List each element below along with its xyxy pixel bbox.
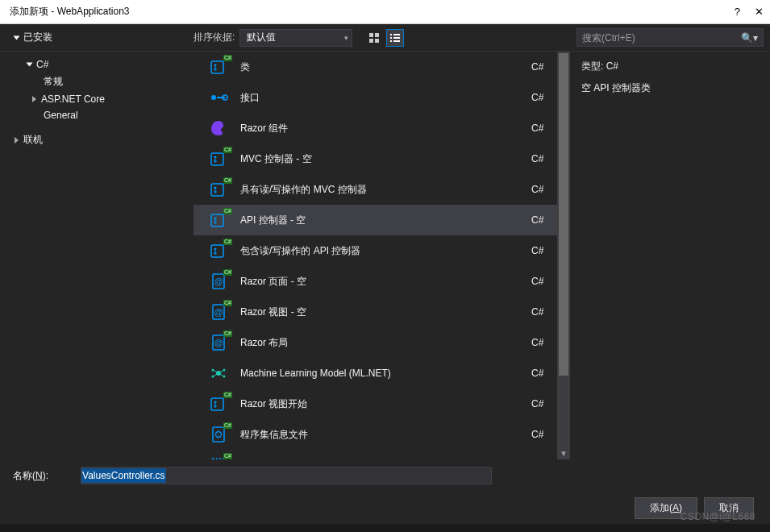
scrollbar-down-icon[interactable]: ▼ [557, 447, 570, 459]
dialog-body: 已安装 排序依据: 默认值 ▾ 🔍▾ [0, 24, 770, 492]
svg-text:@: @ [214, 307, 223, 317]
template-lang: C# [531, 429, 556, 440]
search-icon[interactable]: 🔍▾ [741, 32, 758, 44]
svg-point-12 [211, 95, 216, 100]
template-icon [208, 118, 229, 139]
template-item[interactable]: Razor 组件C# [194, 113, 570, 143]
toolbar: 已安装 排序依据: 默认值 ▾ 🔍▾ [0, 24, 770, 52]
template-item[interactable]: iC#程序集信息文件C# [194, 419, 570, 450]
template-icon [208, 87, 229, 108]
tree-node-online[interactable]: 联机 [0, 123, 194, 149]
cancel-button[interactable]: 取消 [704, 497, 754, 519]
detail-pane: 类型: C# 空 API 控制器类 [570, 52, 770, 459]
template-lang: C# [531, 92, 556, 103]
template-icon: C# [208, 56, 229, 77]
name-input[interactable]: ValuesController.cs [81, 467, 492, 484]
tree-node-csharp[interactable]: C# [0, 56, 194, 73]
template-item[interactable]: @C#Razor 视图 - 空C# [194, 297, 570, 327]
chevron-right-icon [32, 96, 36, 102]
template-icon: C# [208, 179, 229, 200]
template-label: 接口 [240, 91, 520, 105]
name-value: ValuesController.cs [81, 468, 166, 483]
svg-point-22 [214, 248, 217, 251]
name-label: 名称(N): [13, 469, 48, 483]
view-list-icon[interactable] [386, 29, 404, 47]
template-item[interactable]: C#代码文件C# [194, 450, 570, 459]
tree-label: ASP.NET Core [41, 94, 105, 105]
titlebar: 添加新项 - WebApplication3 ? ✕ [0, 0, 770, 24]
search-box[interactable]: 🔍▾ [576, 28, 764, 47]
installed-header[interactable]: 已安装 [0, 31, 194, 44]
template-item[interactable]: Machine Learning Model (ML.NET)C# [194, 358, 570, 389]
svg-rect-2 [369, 39, 373, 43]
template-label: 程序集信息文件 [240, 428, 520, 442]
svg-rect-3 [375, 39, 379, 43]
tree-node-aspnetcore[interactable]: ASP.NET Core [0, 91, 194, 107]
sort-combo[interactable]: 默认值 ▾ [239, 29, 352, 47]
template-item[interactable]: @C#Razor 页面 - 空C# [194, 266, 570, 297]
help-button[interactable]: ? [735, 6, 740, 18]
svg-text:i: i [218, 433, 219, 438]
template-lang: C# [531, 306, 556, 318]
svg-rect-9 [393, 40, 400, 42]
scrollbar-thumb[interactable] [559, 53, 568, 376]
template-scroll[interactable]: C#类C#接口C#Razor 组件C#C#MVC 控制器 - 空C#C#具有读/… [194, 52, 570, 459]
add-button[interactable]: 添加(A) [635, 497, 697, 519]
view-mode-group [365, 29, 404, 47]
button-row: 添加(A) 取消 [0, 492, 770, 524]
template-icon: C# [208, 240, 229, 261]
search-input[interactable] [582, 32, 741, 44]
template-lang: C# [531, 276, 556, 287]
scrollbar[interactable]: ▼ [557, 52, 570, 459]
template-item[interactable]: @C#Razor 布局C# [194, 327, 570, 358]
template-lang: C# [531, 184, 556, 195]
view-grid-icon[interactable] [365, 29, 383, 47]
tree-node-general[interactable]: 常规 [0, 73, 194, 91]
template-label: Razor 页面 - 空 [240, 275, 520, 289]
tree-label: 常规 [44, 75, 63, 89]
titlebar-controls: ? ✕ [735, 6, 764, 18]
template-item[interactable]: C#Razor 视图开始C# [194, 389, 570, 419]
svg-rect-0 [369, 33, 373, 37]
template-item[interactable]: C#MVC 控制器 - 空C# [194, 143, 570, 174]
template-icon: @C# [208, 301, 229, 322]
detail-description: 空 API 控制器类 [581, 81, 759, 95]
template-lang: C# [531, 337, 556, 348]
svg-rect-6 [390, 37, 392, 39]
svg-rect-19 [211, 214, 223, 227]
sort-area: 排序依据: 默认值 ▾ [194, 29, 570, 47]
template-icon: iC# [208, 424, 229, 445]
tree-node-general-en[interactable]: General [0, 107, 194, 123]
window-title: 添加新项 - WebApplication3 [10, 5, 130, 19]
svg-rect-17 [211, 184, 223, 196]
detail-type-row: 类型: C# [581, 60, 759, 73]
template-label: Razor 视图开始 [240, 397, 520, 411]
svg-rect-15 [211, 153, 223, 165]
template-item[interactable]: C#具有读/写操作的 MVC 控制器C# [194, 174, 570, 205]
tree-label: 联机 [23, 133, 43, 147]
search-area: 🔍▾ [570, 28, 770, 47]
category-tree: C# 常规 ASP.NET Core General 联机 [0, 52, 194, 459]
svg-rect-7 [393, 37, 400, 39]
chevron-down-icon: ▾ [344, 34, 348, 42]
template-lang: C# [531, 214, 556, 226]
svg-rect-34 [211, 398, 223, 410]
template-list: C#类C#接口C#Razor 组件C#C#MVC 控制器 - 空C#C#具有读/… [194, 52, 570, 459]
svg-text:@: @ [214, 276, 223, 286]
template-item[interactable]: C#包含读/写操作的 API 控制器C# [194, 235, 570, 266]
template-item[interactable]: 接口C# [194, 82, 570, 113]
close-button[interactable]: ✕ [755, 6, 764, 18]
template-item[interactable]: C#API 控制器 - 空C# [194, 205, 570, 235]
svg-point-20 [214, 218, 217, 220]
template-label: MVC 控制器 - 空 [240, 152, 520, 166]
svg-rect-4 [390, 34, 392, 35]
tree-label: General [44, 110, 78, 121]
svg-point-11 [214, 64, 217, 67]
template-item[interactable]: C#类C# [194, 52, 570, 82]
template-lang: C# [531, 61, 556, 73]
template-lang: C# [531, 153, 556, 164]
template-label: 代码文件 [240, 459, 520, 460]
template-label: Razor 组件 [240, 122, 520, 135]
template-label: Razor 布局 [240, 336, 520, 350]
svg-rect-5 [393, 34, 400, 35]
